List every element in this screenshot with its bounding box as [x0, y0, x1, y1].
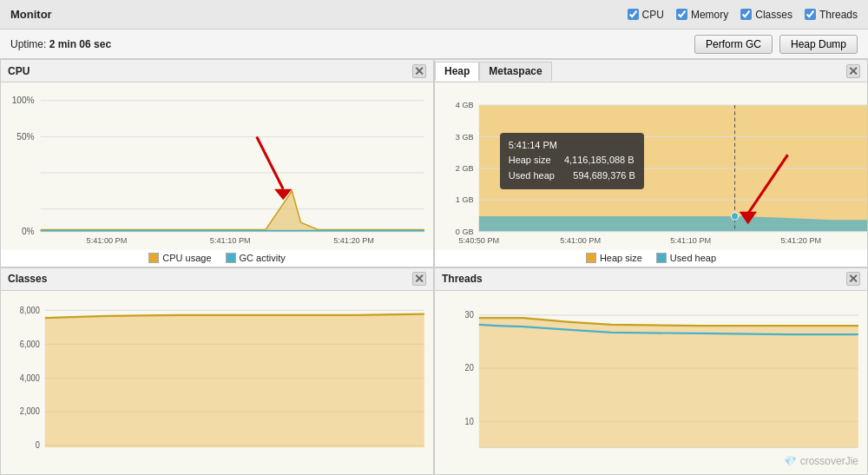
cpu-checkbox[interactable]	[628, 9, 639, 20]
threads-panel-header: Threads ✕	[435, 268, 867, 291]
classes-checkbox[interactable]	[740, 9, 752, 20]
classes-panel-close[interactable]: ✕	[412, 272, 426, 286]
svg-text:5:41:00 PM: 5:41:00 PM	[560, 236, 601, 245]
gc-activity-legend: GC activity	[226, 253, 286, 263]
memory-checkbox[interactable]	[676, 9, 687, 20]
heap-size-legend: Heap size	[586, 253, 642, 263]
svg-text:20: 20	[465, 362, 474, 372]
action-buttons: Perform GC Heap Dump	[694, 35, 858, 54]
threads-panel-close[interactable]: ✕	[846, 272, 860, 286]
cpu-usage-legend: CPU usage	[148, 253, 211, 263]
svg-text:3 GB: 3 GB	[456, 132, 474, 141]
threads-checkbox-label[interactable]: Threads	[805, 9, 858, 21]
cpu-chart-svg: 100% 50% 0% 5:41:00 PM 5:41:10 PM 5:41:2…	[1, 82, 433, 250]
svg-text:5:40:50 PM: 5:40:50 PM	[458, 236, 499, 245]
cpu-panel-title: CPU	[8, 65, 30, 77]
heap-size-label: Heap size	[600, 253, 642, 263]
classes-label: Classes	[755, 9, 792, 21]
svg-text:5:41:10 PM: 5:41:10 PM	[670, 236, 711, 245]
filter-checkboxes: CPU Memory Classes Threads	[628, 9, 858, 21]
svg-text:2,000: 2,000	[20, 406, 40, 416]
svg-text:5:41:20 PM: 5:41:20 PM	[333, 236, 374, 245]
svg-text:30: 30	[465, 309, 474, 319]
app-title: Monitor	[10, 8, 52, 21]
cpu-panel-header: CPU ✕	[1, 60, 433, 82]
cpu-usage-label: CPU usage	[162, 253, 211, 263]
threads-chart-svg: 30 20 10	[435, 291, 867, 475]
used-heap-color	[656, 253, 667, 263]
used-heap-label: Used heap	[670, 253, 716, 263]
heap-size-color	[586, 253, 596, 263]
classes-chart-svg: 8,000 6,000 4,000 2,000 0	[1, 291, 433, 475]
heap-panel: Heap Metaspace ✕ 4 GB 3 GB	[434, 59, 868, 267]
cpu-label: CPU	[642, 9, 664, 21]
svg-marker-56	[479, 318, 858, 447]
uptime-label: Uptime:	[10, 38, 46, 50]
heap-panel-tabs: Heap Metaspace	[435, 62, 552, 81]
heap-dump-button[interactable]: Heap Dump	[779, 35, 858, 54]
cpu-panel: CPU ✕ 100% 50% 0%	[0, 59, 434, 267]
svg-text:1 GB: 1 GB	[456, 195, 474, 204]
threads-checkbox[interactable]	[805, 9, 816, 20]
classes-chart-area: 8,000 6,000 4,000 2,000 0	[1, 291, 433, 475]
svg-text:4,000: 4,000	[20, 373, 40, 382]
top-bar: Monitor CPU Memory Classes Threads	[0, 0, 868, 30]
threads-label: Threads	[819, 9, 858, 21]
perform-gc-button[interactable]: Perform GC	[694, 35, 773, 54]
cpu-checkbox-label[interactable]: CPU	[628, 9, 664, 21]
heap-panel-header: Heap Metaspace ✕	[435, 60, 867, 82]
gc-activity-label: GC activity	[240, 253, 286, 263]
tab-heap[interactable]: Heap	[435, 62, 479, 81]
svg-text:4 GB: 4 GB	[456, 101, 474, 109]
svg-text:6,000: 6,000	[20, 339, 40, 348]
cpu-legend: CPU usage GC activity	[1, 250, 433, 267]
cpu-usage-color	[148, 253, 159, 263]
cpu-chart-area: 100% 50% 0% 5:41:00 PM 5:41:10 PM 5:41:2…	[1, 82, 433, 250]
classes-panel-title: Classes	[8, 273, 47, 285]
svg-text:50%: 50%	[16, 131, 34, 141]
svg-text:2 GB: 2 GB	[456, 164, 474, 173]
heap-legend: Heap size Used heap	[435, 250, 867, 267]
cpu-panel-close[interactable]: ✕	[412, 64, 426, 78]
heap-chart-area: 4 GB 3 GB 2 GB 1 GB 0 GB 5:40:50 PM 5:41…	[435, 82, 867, 250]
classes-panel: Classes ✕ 8,000 6,000 4,000 2,000 0	[0, 267, 434, 476]
svg-text:8,000: 8,000	[20, 305, 40, 314]
svg-text:5:41:20 PM: 5:41:20 PM	[780, 236, 821, 245]
threads-panel: Threads ✕ 30 20 10 💎	[434, 267, 868, 476]
svg-marker-47	[45, 313, 424, 447]
svg-text:0: 0	[36, 440, 40, 450]
threads-chart-area: 30 20 10	[435, 291, 867, 475]
svg-text:5:41:10 PM: 5:41:10 PM	[210, 236, 251, 245]
svg-text:10: 10	[465, 416, 474, 426]
used-heap-legend: Used heap	[656, 253, 716, 263]
panels-container: CPU ✕ 100% 50% 0%	[0, 59, 868, 475]
classes-checkbox-label[interactable]: Classes	[740, 9, 792, 21]
uptime-value: 2 min 06 sec	[49, 38, 111, 50]
svg-text:0 GB: 0 GB	[456, 228, 474, 236]
svg-text:5:41:00 PM: 5:41:00 PM	[87, 236, 128, 245]
tab-metaspace[interactable]: Metaspace	[479, 62, 551, 81]
svg-text:0%: 0%	[22, 227, 35, 236]
memory-label: Memory	[691, 9, 728, 21]
gc-activity-color	[226, 253, 236, 263]
svg-point-29	[731, 213, 738, 220]
second-bar: Uptime: 2 min 06 sec Perform GC Heap Dum…	[0, 30, 868, 59]
uptime-display: Uptime: 2 min 06 sec	[10, 38, 111, 50]
memory-checkbox-label[interactable]: Memory	[676, 9, 728, 21]
heap-chart-svg: 4 GB 3 GB 2 GB 1 GB 0 GB 5:40:50 PM 5:41…	[435, 82, 867, 250]
svg-text:100%: 100%	[12, 96, 35, 105]
svg-rect-0	[1, 82, 433, 250]
heap-panel-close[interactable]: ✕	[846, 64, 860, 78]
classes-panel-header: Classes ✕	[1, 268, 433, 291]
threads-panel-title: Threads	[442, 273, 483, 285]
